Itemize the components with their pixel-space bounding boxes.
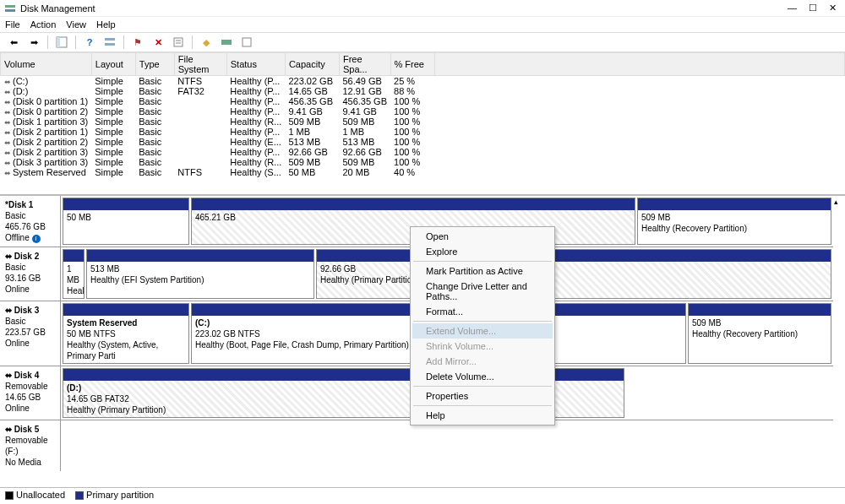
ctx-explore[interactable]: Explore bbox=[412, 244, 553, 259]
forward-icon[interactable]: ➡ bbox=[25, 34, 42, 51]
disk-info[interactable]: ⬌ Disk 5 Removable (F:) No Media bbox=[0, 420, 61, 471]
col-type[interactable]: Type bbox=[135, 53, 174, 76]
disk-info[interactable]: ⬌ Disk 2 Basic 93.16 GB Online bbox=[0, 247, 61, 301]
partition[interactable]: 1 MBHealt bbox=[63, 249, 84, 299]
table-row[interactable]: (Disk 2 partition 2)SimpleBasicHealthy (… bbox=[1, 137, 845, 147]
table-row[interactable]: (D:)SimpleBasicFAT32Healthy (P...14.65 G… bbox=[1, 86, 845, 96]
col-pct[interactable]: % Free bbox=[390, 53, 434, 76]
table-row[interactable]: System ReservedSimpleBasicNTFSHealthy (S… bbox=[1, 167, 845, 177]
refresh-icon[interactable]: ⚑ bbox=[129, 34, 146, 51]
properties-icon[interactable] bbox=[170, 34, 187, 51]
table-row[interactable]: (Disk 0 partition 2)SimpleBasicHealthy (… bbox=[1, 106, 845, 117]
svg-rect-3 bbox=[57, 37, 60, 47]
svg-rect-9 bbox=[221, 40, 232, 45]
ctx-open[interactable]: Open bbox=[412, 229, 553, 244]
menu-view[interactable]: View bbox=[66, 19, 86, 30]
disk-name: Disk 3 bbox=[14, 306, 39, 315]
svg-rect-6 bbox=[174, 38, 183, 46]
partition-icon[interactable] bbox=[218, 34, 235, 51]
partition[interactable]: System Reserved50 MB NTFSHealthy (System… bbox=[63, 303, 189, 364]
disk-info[interactable]: ⬌ Disk 3 Basic 223.57 GB Online bbox=[0, 301, 61, 366]
scroll-up-icon[interactable]: ▴ bbox=[834, 198, 843, 207]
svg-rect-5 bbox=[105, 43, 115, 46]
disk-name: Disk 2 bbox=[14, 252, 39, 261]
menu-action[interactable]: Action bbox=[30, 19, 57, 30]
menu-file[interactable]: File bbox=[5, 19, 20, 30]
svg-rect-4 bbox=[105, 38, 115, 41]
partition[interactable]: 50 MB bbox=[63, 198, 189, 245]
table-row[interactable]: (Disk 1 partition 3)SimpleBasicHealthy (… bbox=[1, 117, 845, 127]
disk-name: Disk 4 bbox=[14, 371, 39, 380]
context-menu: Open Explore Mark Partition as Active Ch… bbox=[410, 226, 555, 425]
partition[interactable]: 509 MBHealthy (Recovery Partition) bbox=[637, 198, 831, 245]
disk-name: Disk 5 bbox=[14, 425, 39, 434]
legend-primary: Primary partition bbox=[86, 490, 154, 500]
table-row[interactable]: (C:)SimpleBasicNTFSHealthy (P...223.02 G… bbox=[1, 76, 845, 87]
col-free[interactable]: Free Spa... bbox=[339, 53, 390, 76]
svg-rect-1 bbox=[5, 9, 15, 12]
ctx-extend-volume: Extend Volume... bbox=[412, 323, 553, 339]
settings-icon[interactable] bbox=[101, 34, 118, 51]
new-icon[interactable]: ◆ bbox=[198, 34, 215, 51]
close-button[interactable]: ✕ bbox=[829, 3, 837, 14]
app-icon bbox=[3, 2, 17, 15]
col-volume[interactable]: Volume bbox=[1, 53, 92, 76]
legend-unallocated: Unallocated bbox=[16, 490, 65, 500]
disk-row: ⬌ Disk 5 Removable (F:) No Media bbox=[0, 420, 833, 471]
ctx-shrink-volume: Shrink Volume... bbox=[412, 339, 553, 354]
svg-rect-10 bbox=[243, 38, 251, 46]
window-title: Disk Management bbox=[20, 3, 788, 14]
table-row[interactable]: (Disk 0 partition 1)SimpleBasicHealthy (… bbox=[1, 96, 845, 106]
legend: Unallocated Primary partition bbox=[0, 487, 845, 501]
show-hide-icon[interactable] bbox=[53, 34, 70, 51]
info-icon[interactable]: i bbox=[32, 235, 41, 243]
ctx-add-mirror: Add Mirror... bbox=[412, 354, 553, 369]
ctx-help[interactable]: Help bbox=[412, 408, 553, 423]
table-row[interactable]: (Disk 2 partition 1)SimpleBasicHealthy (… bbox=[1, 127, 845, 137]
menu-help[interactable]: Help bbox=[96, 19, 116, 30]
title-bar: Disk Management — ☐ ✕ bbox=[0, 0, 845, 17]
disk-info[interactable]: *Disk 1 Basic 465.76 GB Offline i bbox=[0, 196, 61, 247]
table-row[interactable]: (Disk 3 partition 3)SimpleBasicHealthy (… bbox=[1, 157, 845, 167]
help-icon[interactable]: ? bbox=[81, 34, 98, 51]
delete-icon[interactable]: ✕ bbox=[150, 34, 166, 51]
disk-info[interactable]: ⬌ Disk 4 Removable 14.65 GB Online bbox=[0, 366, 61, 420]
svg-rect-0 bbox=[5, 5, 15, 8]
disk-icon[interactable] bbox=[238, 34, 255, 51]
table-row[interactable]: (Disk 2 partition 3)SimpleBasicHealthy (… bbox=[1, 147, 845, 157]
partition[interactable]: 513 MBHealthy (EFI System Partition) bbox=[86, 249, 314, 299]
col-capacity[interactable]: Capacity bbox=[285, 53, 339, 76]
col-fs[interactable]: File System bbox=[174, 53, 226, 76]
toolbar: ⬅ ➡ ? ⚑ ✕ ◆ bbox=[0, 32, 845, 52]
ctx-delete-volume[interactable]: Delete Volume... bbox=[412, 369, 553, 384]
back-icon[interactable]: ⬅ bbox=[5, 34, 22, 51]
volume-list-pane: Volume Layout Type File System Status Ca… bbox=[0, 52, 845, 196]
ctx-properties[interactable]: Properties bbox=[412, 388, 553, 404]
minimize-button[interactable]: — bbox=[788, 3, 797, 14]
ctx-format[interactable]: Format... bbox=[412, 304, 553, 319]
maximize-button[interactable]: ☐ bbox=[809, 3, 817, 14]
col-layout[interactable]: Layout bbox=[91, 53, 135, 76]
col-status[interactable]: Status bbox=[226, 53, 285, 76]
partition[interactable]: 92.66 GBHealthy (Primary Partition) bbox=[316, 249, 831, 299]
menu-bar: File Action View Help bbox=[0, 17, 845, 32]
ctx-change-letter[interactable]: Change Drive Letter and Paths... bbox=[412, 279, 553, 304]
volume-table[interactable]: Volume Layout Type File System Status Ca… bbox=[0, 52, 845, 177]
disk-name: Disk 1 bbox=[8, 200, 33, 209]
partition[interactable]: 509 MBHealthy (Recovery Partition) bbox=[688, 303, 831, 364]
ctx-mark-active[interactable]: Mark Partition as Active bbox=[412, 263, 553, 279]
